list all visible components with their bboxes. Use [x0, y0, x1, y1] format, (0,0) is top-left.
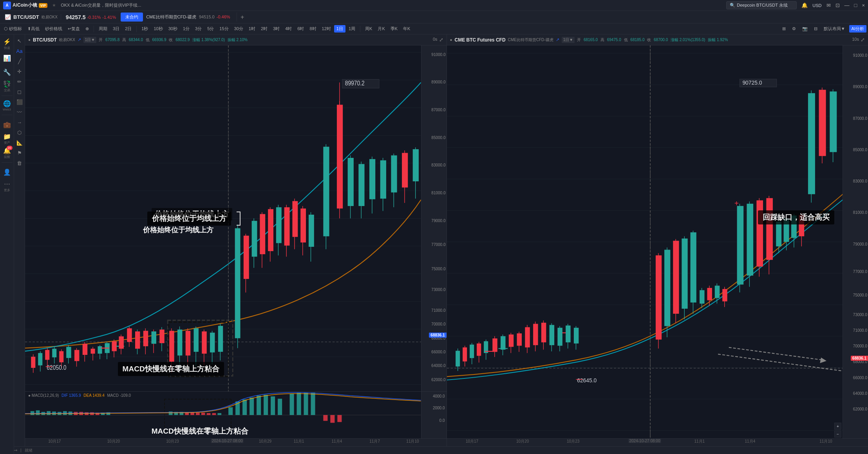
mail-icon[interactable]: ✉: [826, 2, 831, 8]
camera-btn[interactable]: 📷: [800, 25, 810, 32]
sidebar-icon-quick[interactable]: ⚡ 快速: [1, 38, 13, 50]
tf-yeark[interactable]: 年K: [401, 25, 412, 33]
right-ds-label[interactable]: 10s: [852, 37, 859, 43]
layout-selector[interactable]: ⊞: [780, 25, 788, 32]
sidebar-icon-web3[interactable]: 🌐 Web3: [1, 99, 13, 112]
tf-30m[interactable]: 30分: [232, 25, 246, 33]
tf-4h[interactable]: 4时: [283, 25, 294, 33]
tf-1w[interactable]: 1周: [346, 25, 358, 33]
tf-6h[interactable]: 6时: [295, 25, 306, 33]
tf-15m[interactable]: 15分: [217, 25, 231, 33]
tf-1h[interactable]: 1时: [246, 25, 258, 33]
sidebar-icon-user[interactable]: 👤: [1, 166, 13, 178]
sidebar-icon-trade[interactable]: 💱 交易: [1, 80, 13, 92]
left-chart-body[interactable]: 91000.0 89000.0 87000.0 85000.0 83000.0 …: [25, 45, 447, 391]
tf-5m[interactable]: 5分: [205, 25, 216, 33]
svg-rect-197: [549, 325, 554, 345]
tf-weekk[interactable]: 周K: [363, 25, 374, 33]
tf-30s[interactable]: 30秒: [166, 25, 180, 33]
priceline-btn[interactable]: 砂价格线: [43, 25, 65, 33]
cursor-tool[interactable]: ↖: [15, 36, 24, 45]
tf-3m[interactable]: 3分: [193, 25, 204, 33]
tf-2h[interactable]: 2时: [259, 25, 270, 33]
ai-analysis-btn[interactable]: AI分析: [849, 25, 866, 33]
svg-rect-235: [766, 198, 773, 260]
add-tab-btn[interactable]: +: [239, 13, 246, 21]
right-chart-timeframe[interactable]: 1日▼: [562, 37, 575, 43]
svg-text:89970.2: 89970.2: [345, 80, 365, 87]
r-open-label: 开: [577, 38, 581, 42]
tf-quarterk[interactable]: 季K: [388, 25, 400, 33]
bell-icon[interactable]: 🔔: [801, 2, 808, 8]
fibonacci-tool[interactable]: 〰: [15, 107, 24, 117]
tab-futures[interactable]: 未合约: [121, 13, 143, 22]
left-chart-symbol[interactable]: BTC/USDT: [33, 37, 57, 43]
tf-8h[interactable]: 8时: [307, 25, 318, 33]
right-chart-link[interactable]: ↗: [556, 37, 559, 42]
text-tool[interactable]: Aa: [15, 46, 24, 56]
svg-text:62050.0: 62050.0: [47, 364, 66, 371]
period-3day[interactable]: 3日: [110, 25, 122, 33]
grid-btn[interactable]: ⊟: [812, 25, 820, 32]
arrow-tool[interactable]: →: [15, 118, 24, 127]
pencil-tool[interactable]: ✏: [15, 77, 24, 86]
period-2day[interactable]: 2日: [123, 25, 134, 33]
clear-tool[interactable]: 🗑: [15, 158, 24, 168]
settings-btn[interactable]: ⚙: [790, 25, 798, 32]
tf-1m[interactable]: 1分: [181, 25, 192, 33]
right-chart-exchange[interactable]: CME比特币期货CFD-疆虎: [508, 37, 553, 43]
app-logo[interactable]: A AiCoin小镜 VIP: [3, 2, 47, 9]
left-chart-exchange[interactable]: 欧易OKX: [59, 37, 75, 43]
tf-1s[interactable]: 1秒: [139, 25, 150, 33]
usd-selector[interactable]: USD: [812, 3, 821, 8]
close-btn[interactable]: ×: [862, 2, 865, 8]
left-chart-timeframe[interactable]: 1日▼: [83, 37, 96, 43]
sidebar-icon-assets[interactable]: 📁 资产: [1, 132, 13, 145]
sidebar-icon-notifications[interactable]: 🔔 20 提醒: [1, 147, 13, 159]
crosshair-tool[interactable]: ✛: [15, 67, 24, 76]
minimize-btn[interactable]: —: [844, 2, 850, 8]
right-chart-body[interactable]: 91000.0 89000.0 87000.0 85000.0 83000.0 …: [447, 45, 868, 438]
flag-tool[interactable]: ⚑: [15, 148, 24, 157]
maximize-btn[interactable]: □: [854, 2, 857, 8]
tf-10s[interactable]: 10秒: [151, 25, 165, 33]
left-ds-label[interactable]: 0s: [433, 37, 438, 43]
indicator-draw-tool[interactable]: 📐: [15, 138, 24, 147]
sidebar-icon-chart[interactable]: 📊: [1, 52, 13, 64]
sidebar-icon-portfolio[interactable]: 💼: [1, 118, 13, 131]
sidebar-icon-tools[interactable]: 🔧: [1, 66, 13, 78]
pattern-tool[interactable]: ⬡: [15, 128, 24, 137]
indicators-btn[interactable]: ⬡ 砂指标: [2, 25, 24, 33]
deepcoin-search[interactable]: 🔍 Deepcoin BTC/USDT 永续: [726, 1, 797, 9]
shape-tool[interactable]: ◻: [15, 87, 24, 96]
tf-3h[interactable]: 3时: [271, 25, 282, 33]
assets-icon: 📁: [3, 133, 11, 140]
replay-btn[interactable]: ↩复盘: [65, 25, 82, 33]
right-expand-icon[interactable]: ⤢: [861, 37, 865, 43]
tf-12h[interactable]: 12时: [320, 25, 333, 33]
left-chart-panel: ● BTC/USDT 欧易OKX ↗ 1日▼ 开 67095.8 高 68344…: [25, 34, 447, 446]
measure-tool[interactable]: ⬛: [15, 97, 24, 107]
nav-link1[interactable]: OKX & AiCoin交易量，限时提供VIP手续...: [61, 2, 141, 8]
tf-1d[interactable]: 1日: [334, 25, 345, 33]
zoom-in-icon[interactable]: +: [834, 423, 841, 430]
sidebar-icon-more[interactable]: ⋯ 更多: [1, 180, 13, 192]
expand-icon[interactable]: ⊡: [835, 2, 840, 8]
exchange-name[interactable]: 欧易OKX: [42, 14, 58, 20]
tf-monthk[interactable]: 月K: [375, 25, 387, 33]
ps-71000: 71000.0: [431, 308, 445, 313]
period-btn[interactable]: 周期: [96, 25, 110, 33]
right-chart-panel: ● CME BTC Futures CFD CME比特币期货CFD-疆虎 ↗ 1…: [447, 34, 868, 446]
left-chart-link[interactable]: ↗: [78, 37, 81, 42]
svg-rect-60: [186, 331, 190, 355]
zoom-out-icon[interactable]: −: [834, 430, 841, 438]
more-btn[interactable]: ⊕: [83, 25, 91, 32]
symbol-name[interactable]: BTC/USDT: [13, 14, 39, 20]
svg-rect-102: [369, 159, 375, 199]
right-chart-circle: ●: [450, 38, 452, 42]
default-layout[interactable]: 默认布局▼: [821, 25, 848, 33]
left-expand-icon[interactable]: ⤢: [439, 37, 443, 43]
tab-cme[interactable]: CME比特币期货CFD-疆虎 94515.0 -0.46%: [143, 13, 233, 22]
line-tool[interactable]: ╱: [15, 56, 24, 66]
highlow-btn[interactable]: ⬆高低: [25, 25, 42, 33]
